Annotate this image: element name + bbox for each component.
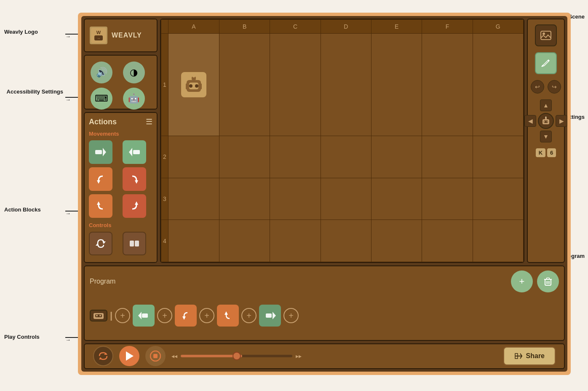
cell-e1[interactable] <box>372 34 422 136</box>
cell-a4[interactable] <box>168 220 219 262</box>
cell-b1[interactable] <box>219 34 270 136</box>
cell-a1[interactable] <box>168 34 219 136</box>
scene-grid: A B C D E F G 1 <box>161 19 524 262</box>
play-controls-annotation: Play Controls <box>4 334 40 340</box>
add-step-1[interactable]: + <box>115 308 130 323</box>
cell-b3[interactable] <box>219 178 270 220</box>
share-button[interactable]: Share <box>503 347 556 365</box>
svg-text:W: W <box>96 30 101 35</box>
svg-rect-22 <box>186 83 187 89</box>
turn-back-right-block[interactable] <box>123 194 146 218</box>
move-forward-block[interactable] <box>89 140 112 164</box>
cell-g4[interactable] <box>473 220 523 262</box>
add-step-4[interactable]: + <box>241 308 257 323</box>
keyboard-button[interactable]: ⌨ <box>91 88 112 110</box>
cell-f2[interactable] <box>422 136 473 178</box>
cell-d4[interactable] <box>321 220 371 262</box>
image-settings-button[interactable] <box>535 24 557 46</box>
cell-f1[interactable] <box>422 34 473 136</box>
nav-up-button[interactable]: ▲ <box>540 99 552 111</box>
cell-a2[interactable] <box>168 136 219 178</box>
add-step-5[interactable]: + <box>283 308 299 323</box>
sound-button[interactable]: 🔊 <box>91 62 112 83</box>
nav-right-button[interactable]: ▶ <box>556 115 567 127</box>
svg-point-21 <box>192 75 195 78</box>
back-right-icon <box>128 200 141 212</box>
add-step-3[interactable]: + <box>199 308 214 323</box>
sequence-block-2[interactable] <box>175 305 197 327</box>
svg-marker-50 <box>273 312 276 319</box>
svg-marker-13 <box>96 244 99 246</box>
edit-settings-button[interactable] <box>535 52 557 74</box>
function-block[interactable] <box>123 232 146 255</box>
cell-d1[interactable] <box>321 34 371 136</box>
cell-a3[interactable] <box>168 178 219 220</box>
scene-area: A B C D E F G 1 <box>160 19 524 263</box>
delete-step-button[interactable] <box>537 270 559 292</box>
weavly-logo-icon[interactable]: W → <box>90 27 107 44</box>
cell-g2[interactable] <box>473 136 523 178</box>
ann-arrow-acc: → <box>65 96 71 103</box>
cell-f3[interactable] <box>422 178 473 220</box>
sequence-block-4[interactable] <box>259 305 281 327</box>
svg-marker-5 <box>103 148 106 156</box>
nav-down-button[interactable]: ▼ <box>540 131 552 142</box>
turn-left-block[interactable] <box>89 167 112 191</box>
redo-button[interactable]: ↪ <box>548 80 561 94</box>
refresh-button[interactable] <box>93 346 113 366</box>
cell-c4[interactable] <box>270 220 321 262</box>
add-step-button[interactable]: + <box>511 270 533 292</box>
undo-button[interactable]: ↩ <box>531 80 544 94</box>
contrast-button[interactable]: ◑ <box>123 62 145 83</box>
coord-display: K 6 <box>536 148 556 157</box>
slider-thumb[interactable] <box>233 352 241 360</box>
play-button[interactable] <box>119 346 139 366</box>
robot-nav-icon <box>541 116 551 126</box>
inner-wrapper: W → WEAVLY 🔊 ◑ ⌨ 🤖 <box>81 16 567 372</box>
seq-back-turn-icon <box>222 310 234 321</box>
svg-marker-47 <box>182 316 186 320</box>
robot-button[interactable]: 🤖 <box>123 88 145 110</box>
cell-d2[interactable] <box>321 136 371 178</box>
cell-e3[interactable] <box>372 178 422 220</box>
cell-c2[interactable] <box>270 136 321 178</box>
movement-blocks-grid <box>89 140 152 218</box>
svg-rect-23 <box>200 83 202 89</box>
cell-e4[interactable] <box>372 220 422 262</box>
svg-rect-45 <box>142 313 148 318</box>
row-header-2: 2 <box>161 136 168 178</box>
svg-rect-4 <box>95 150 102 154</box>
cell-d3[interactable] <box>321 178 371 220</box>
nav-controls: ▲ ◀ <box>524 99 567 142</box>
trash-icon <box>543 276 553 287</box>
svg-point-43 <box>96 315 98 316</box>
stop-button[interactable] <box>145 346 166 366</box>
loop-block[interactable] <box>89 232 112 255</box>
svg-point-44 <box>99 315 101 316</box>
sequence-block-3[interactable] <box>217 305 239 327</box>
grid-corner <box>161 20 168 34</box>
svg-marker-12 <box>102 241 106 244</box>
cell-b2[interactable] <box>219 136 270 178</box>
cell-c1[interactable] <box>270 34 321 136</box>
cell-g1[interactable] <box>473 34 523 136</box>
sequence-block-1[interactable] <box>133 305 155 327</box>
turn-right-block[interactable] <box>123 167 146 191</box>
svg-point-32 <box>545 117 547 118</box>
turn-back-left-block[interactable] <box>89 194 112 218</box>
nav-down-row: ▼ <box>540 131 552 142</box>
cell-f4[interactable] <box>422 220 473 262</box>
add-step-2[interactable]: + <box>157 308 172 323</box>
cell-c3[interactable] <box>270 178 321 220</box>
hamburger-icon[interactable]: ☰ <box>146 117 152 126</box>
nav-center-robot[interactable] <box>538 113 554 129</box>
nav-left-button[interactable]: ◀ <box>524 115 536 127</box>
scene-annotation: Scene <box>569 13 585 20</box>
move-backward-block[interactable] <box>123 140 146 164</box>
grid-row-3: 3 <box>161 178 524 220</box>
weavly-logo-annotation: Weavly Logo <box>4 29 38 35</box>
cell-e2[interactable] <box>372 136 422 178</box>
cell-g3[interactable] <box>473 178 523 220</box>
actions-panel: Actions ☰ Movements <box>84 112 158 263</box>
cell-b4[interactable] <box>219 220 270 262</box>
